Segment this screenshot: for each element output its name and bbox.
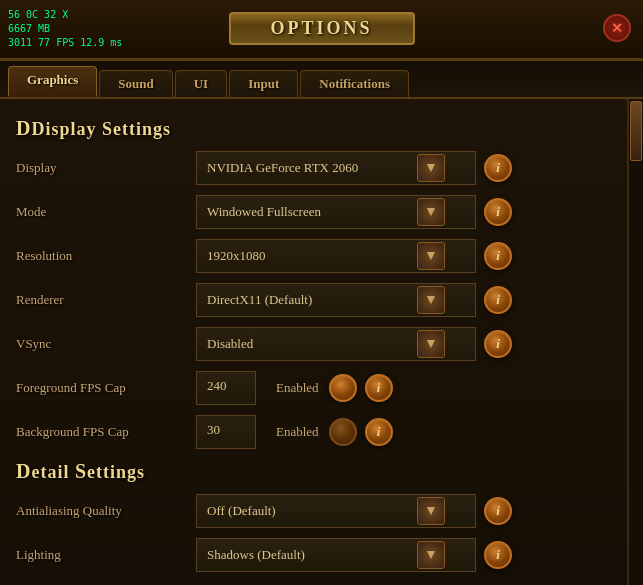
info-button-fg-fps[interactable]: i <box>365 374 393 402</box>
setting-row-display: Display NVIDIA GeForce RTX 2060 ▼ i <box>16 150 611 186</box>
dropdown-vsync-arrow[interactable]: ▼ <box>417 330 445 358</box>
info-button-mode[interactable]: i <box>484 198 512 226</box>
info-button-bg-fps[interactable]: i <box>365 418 393 446</box>
detail-settings-header: Detail Settings <box>16 460 611 483</box>
title-container: Options <box>228 12 414 45</box>
label-resolution: Resolution <box>16 248 196 264</box>
hud-line3: 3011 77 FPS 12.9 ms <box>8 36 122 50</box>
info-button-resolution[interactable]: i <box>484 242 512 270</box>
close-button[interactable]: ✕ <box>603 14 631 42</box>
control-bg-fps: 30 Enabled i <box>196 415 611 449</box>
tab-input[interactable]: Input <box>229 70 298 97</box>
control-lighting: Shadows (Default) ▼ i <box>196 538 611 572</box>
dropdown-resolution-value: 1920x1080 <box>207 248 417 264</box>
setting-row-mode: Mode Windowed Fullscreen ▼ i <box>16 194 611 230</box>
dropdown-antialiasing-arrow[interactable]: ▼ <box>417 497 445 525</box>
setting-row-fg-fps: Foreground FPS Cap 240 Enabled i <box>16 370 611 406</box>
setting-row-bg-fps: Background FPS Cap 30 Enabled i <box>16 414 611 450</box>
dropdown-lighting[interactable]: Shadows (Default) ▼ <box>196 538 476 572</box>
label-mode: Mode <box>16 204 196 220</box>
dropdown-mode[interactable]: Windowed Fullscreen ▼ <box>196 195 476 229</box>
label-vsync: VSync <box>16 336 196 352</box>
info-button-lighting[interactable]: i <box>484 541 512 569</box>
fg-fps-right: Enabled <box>256 374 357 402</box>
setting-row-vsync: VSync Disabled ▼ i <box>16 326 611 362</box>
display-settings-header: DDisplay Settings <box>16 117 611 140</box>
label-fg-fps: Foreground FPS Cap <box>16 380 196 396</box>
info-button-renderer[interactable]: i <box>484 286 512 314</box>
control-resolution: 1920x1080 ▼ i <box>196 239 611 273</box>
toggle-fg-fps[interactable] <box>329 374 357 402</box>
bg-fps-enabled-label: Enabled <box>276 424 319 440</box>
label-lighting: Lighting <box>16 547 196 563</box>
setting-row-renderer: Renderer DirectX11 (Default) ▼ i <box>16 282 611 318</box>
label-antialiasing: Antialiasing Quality <box>16 503 196 519</box>
tab-ui[interactable]: UI <box>175 70 227 97</box>
info-button-display[interactable]: i <box>484 154 512 182</box>
dropdown-antialiasing-value: Off (Default) <box>207 503 417 519</box>
dropdown-renderer[interactable]: DirectX11 (Default) ▼ <box>196 283 476 317</box>
hud-line2: 6667 MB <box>8 22 122 36</box>
tab-bar: Graphics Sound UI Input Notifications <box>0 61 643 99</box>
scrollable-content[interactable]: DDisplay Settings Display NVIDIA GeForce… <box>0 99 627 585</box>
dropdown-lighting-arrow[interactable]: ▼ <box>417 541 445 569</box>
dropdown-renderer-arrow[interactable]: ▼ <box>417 286 445 314</box>
label-bg-fps: Background FPS Cap <box>16 424 196 440</box>
dropdown-renderer-value: DirectX11 (Default) <box>207 292 417 308</box>
dropdown-antialiasing[interactable]: Off (Default) ▼ <box>196 494 476 528</box>
dropdown-resolution-arrow[interactable]: ▼ <box>417 242 445 270</box>
tab-notifications[interactable]: Notifications <box>300 70 409 97</box>
toggle-bg-fps[interactable] <box>329 418 357 446</box>
control-vsync: Disabled ▼ i <box>196 327 611 361</box>
tab-sound[interactable]: Sound <box>99 70 172 97</box>
input-fg-fps[interactable]: 240 <box>196 371 256 405</box>
hud-stats: 56 0C 32 X 6667 MB 3011 77 FPS 12.9 ms <box>8 8 122 50</box>
info-button-antialiasing[interactable]: i <box>484 497 512 525</box>
dropdown-vsync[interactable]: Disabled ▼ <box>196 327 476 361</box>
dropdown-vsync-value: Disabled <box>207 336 417 352</box>
main-panel: Graphics Sound UI Input Notifications DD… <box>0 58 643 585</box>
info-button-vsync[interactable]: i <box>484 330 512 358</box>
window-title: Options <box>270 18 372 39</box>
content-area: DDisplay Settings Display NVIDIA GeForce… <box>0 99 643 585</box>
dropdown-mode-arrow[interactable]: ▼ <box>417 198 445 226</box>
control-mode: Windowed Fullscreen ▼ i <box>196 195 611 229</box>
control-renderer: DirectX11 (Default) ▼ i <box>196 283 611 317</box>
tab-graphics[interactable]: Graphics <box>8 66 97 97</box>
setting-row-lighting: Lighting Shadows (Default) ▼ i <box>16 537 611 573</box>
dropdown-display-value: NVIDIA GeForce RTX 2060 <box>207 160 417 176</box>
label-display: Display <box>16 160 196 176</box>
fg-fps-enabled-label: Enabled <box>276 380 319 396</box>
control-antialiasing: Off (Default) ▼ i <box>196 494 611 528</box>
setting-row-antialiasing: Antialiasing Quality Off (Default) ▼ i <box>16 493 611 529</box>
scrollbar[interactable] <box>627 99 643 585</box>
dropdown-display[interactable]: NVIDIA GeForce RTX 2060 ▼ <box>196 151 476 185</box>
label-renderer: Renderer <box>16 292 196 308</box>
dropdown-display-arrow[interactable]: ▼ <box>417 154 445 182</box>
input-bg-fps[interactable]: 30 <box>196 415 256 449</box>
control-display: NVIDIA GeForce RTX 2060 ▼ i <box>196 151 611 185</box>
hud-line1: 56 0C 32 X <box>8 8 122 22</box>
hud-bar: 56 0C 32 X 6667 MB 3011 77 FPS 12.9 ms O… <box>0 0 643 60</box>
setting-row-resolution: Resolution 1920x1080 ▼ i <box>16 238 611 274</box>
control-fg-fps: 240 Enabled i <box>196 371 611 405</box>
dropdown-lighting-value: Shadows (Default) <box>207 547 417 563</box>
dropdown-resolution[interactable]: 1920x1080 ▼ <box>196 239 476 273</box>
dropdown-mode-value: Windowed Fullscreen <box>207 204 417 220</box>
bg-fps-right: Enabled <box>256 418 357 446</box>
